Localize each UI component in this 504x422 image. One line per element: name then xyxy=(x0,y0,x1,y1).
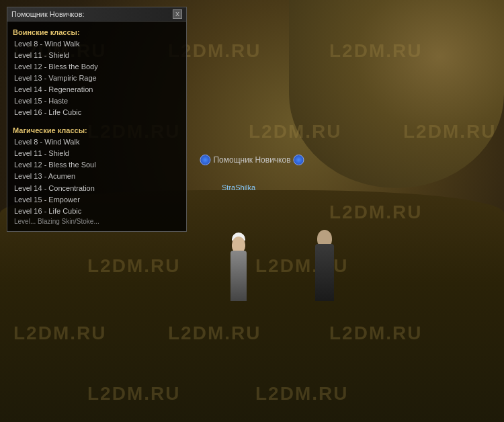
npc-icon-right xyxy=(294,155,304,165)
magic-skill-4: Level 14 - Concentration xyxy=(13,183,181,194)
player-body xyxy=(230,251,247,301)
magic-section-header: Магические классы: xyxy=(13,126,181,134)
magic-skill-6: Level 16 - Life Cubic xyxy=(13,206,181,217)
panel-bottom-partial: Level... Blazing Skin/Stoke... xyxy=(13,217,181,226)
npc-label-container: Помощник Новичков xyxy=(200,155,304,165)
magic-skill-1: Level 11 - Shield xyxy=(13,148,181,159)
watermark-13: L2DM.RU xyxy=(87,255,180,277)
magic-skill-2: Level 12 - Bless the Soul xyxy=(13,159,181,171)
warrior-skill-0: Level 8 - Wind Walk xyxy=(13,38,181,50)
warrior-section-header: Воинские классы: xyxy=(13,28,181,36)
watermark-8: L2DM.RU xyxy=(168,323,261,344)
player-name-label: StraShilka xyxy=(222,183,255,192)
magic-skill-5: Level 15 - Empower xyxy=(13,194,181,206)
warrior-skill-6: Level 16 - Life Cubic xyxy=(13,107,181,118)
npc-body xyxy=(315,244,334,301)
watermark-9: L2DM.RU xyxy=(329,323,422,344)
info-panel: Помощник Новичков: X Воинские классы: Le… xyxy=(7,7,187,232)
warrior-skill-5: Level 15 - Haste xyxy=(13,95,181,107)
panel-titlebar: Помощник Новичков: X xyxy=(7,7,186,22)
characters-area: Помощник Новичков StraShilka xyxy=(215,180,349,301)
panel-title: Помощник Новичков: xyxy=(11,10,85,18)
magic-skill-3: Level 13 - Acumen xyxy=(13,171,181,182)
player-character xyxy=(222,234,255,301)
warrior-skill-4: Level 14 - Regeneration xyxy=(13,84,181,95)
watermark-11: L2DM.RU xyxy=(255,383,348,405)
section-spacer xyxy=(13,118,181,124)
magic-skill-0: Level 8 - Wind Walk xyxy=(13,136,181,148)
warrior-skill-1: Level 11 - Shield xyxy=(13,50,181,61)
npc-icon-left xyxy=(200,155,210,165)
watermark-10: L2DM.RU xyxy=(87,383,180,405)
npc-label-text: Помощник Новичков xyxy=(213,155,290,165)
npc-character xyxy=(306,227,343,301)
warrior-skill-3: Level 13 - Vampiric Rage xyxy=(13,73,181,84)
watermark-7: L2DM.RU xyxy=(13,323,106,344)
warrior-skill-2: Level 12 - Bless the Body xyxy=(13,61,181,73)
panel-content: Воинские классы: Level 8 - Wind Walk Lev… xyxy=(7,22,186,231)
panel-close-button[interactable]: X xyxy=(173,9,182,19)
